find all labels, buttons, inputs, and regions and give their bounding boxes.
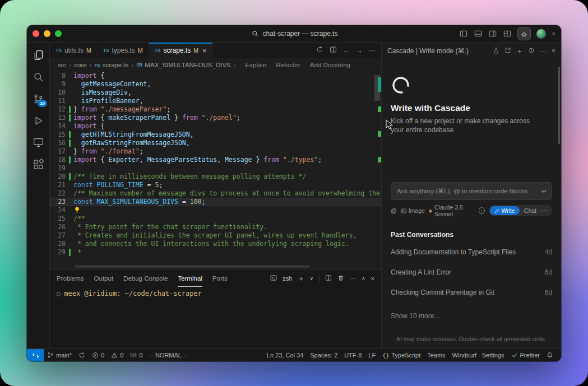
code-line-19[interactable]: 19: [50, 164, 381, 173]
code-line-12[interactable]: 12} from "./messageParser";: [50, 105, 381, 114]
breadcrumb-item-core[interactable]: core: [74, 62, 86, 68]
cascade-scrollbar[interactable]: [558, 67, 560, 144]
model-selector[interactable]: ◆ Claude 3.5 Sonnet i: [429, 204, 485, 217]
branch-status-item[interactable]: main*: [44, 349, 75, 361]
panel-tab-terminal[interactable]: Terminal: [178, 270, 202, 287]
lightbulb-icon[interactable]: [73, 206, 81, 214]
chat-mode-button[interactable]: Chat: [522, 206, 539, 215]
cascade-input-box[interactable]: ↵: [391, 182, 552, 200]
account-avatar[interactable]: [536, 29, 546, 39]
status-item-utf-8[interactable]: UTF-8: [341, 352, 365, 359]
panel-tab-output[interactable]: Output: [94, 270, 114, 287]
code-editor[interactable]: 8import {9 getMessageContent,10 isMessag…: [50, 72, 381, 269]
image-icon[interactable]: Image: [401, 207, 425, 214]
status-item-spaces-2[interactable]: Spaces: 2: [307, 352, 341, 359]
code-line-11[interactable]: 11 isProfileBanner,: [50, 97, 381, 105]
editor-tab-types-ts[interactable]: TStypes.tsM: [98, 43, 149, 58]
new-terminal-icon[interactable]: ＋: [298, 275, 304, 283]
mode-more-icon[interactable]: ···: [541, 207, 551, 215]
cascade-more-icon[interactable]: ···: [540, 47, 547, 55]
code-line-8[interactable]: 8import {: [50, 72, 381, 80]
remote-explorer-icon[interactable]: [31, 136, 45, 149]
conversation-item[interactable]: Checking Commit Parentage in Git6d: [391, 282, 552, 303]
chevron-down-icon[interactable]: ∨: [552, 31, 555, 36]
window-title-search[interactable]: chat-scraper — scrape.ts: [250, 25, 337, 42]
editor-horizontal-scrollbar[interactable]: [75, 265, 310, 268]
terminal-view[interactable]: ○meex @iridium: ~/code/chat-scraper: [50, 287, 381, 348]
close-panel-icon[interactable]: ×: [371, 275, 374, 282]
navigate-forward-icon[interactable]: →: [356, 46, 363, 54]
extensions-icon[interactable]: [31, 157, 45, 171]
toggle-primary-sidebar-icon[interactable]: [459, 29, 468, 38]
code-line-23[interactable]: 23const MAX_SIMULTANEOUS_DIVS = 100;: [50, 198, 381, 206]
status-item-normal[interactable]: -- NORMAL --: [146, 349, 191, 361]
code-line-10[interactable]: 10 isMessageDiv,: [50, 89, 381, 97]
error-status-item[interactable]: 0: [89, 349, 108, 361]
windsurf-menu-button[interactable]: [517, 27, 531, 40]
code-line-18[interactable]: 18import { Exporter, MessageParseStatus,…: [50, 156, 381, 164]
explorer-icon[interactable]: [31, 48, 45, 62]
panel-more-icon[interactable]: ···: [350, 275, 356, 282]
warning-status-item[interactable]: 0: [108, 349, 127, 361]
sync-status-item[interactable]: [75, 349, 89, 361]
code-line-20[interactable]: 20/** Time in milliseconds between messa…: [50, 173, 381, 181]
toggle-secondary-sidebar-icon[interactable]: [488, 29, 497, 38]
panel-tab-ports[interactable]: Ports: [212, 270, 228, 287]
mention-icon[interactable]: @: [391, 207, 397, 214]
close-cascade-icon[interactable]: ×: [552, 47, 555, 55]
code-line-29[interactable]: 29 *: [50, 248, 381, 257]
toggle-panel-icon[interactable]: [474, 29, 483, 38]
close-tab-icon[interactable]: ×: [202, 46, 207, 55]
run-debug-icon[interactable]: [31, 114, 45, 127]
breadcrumb-item-max-simultaneous-divs[interactable]: MAX_SIMULTANEOUS_DIVS: [136, 62, 231, 69]
history-icon[interactable]: [528, 47, 535, 55]
conversation-item[interactable]: Creating A Lint Error6d: [391, 262, 552, 282]
panel-tab-debug-console[interactable]: Debug Console: [123, 270, 168, 287]
breadcrumb-item-scrape-ts[interactable]: TSscrape.ts: [94, 62, 128, 68]
search-sidebar-icon[interactable]: [31, 70, 45, 83]
code-line-28[interactable]: 28 * and connects the UI interactions wi…: [50, 240, 381, 248]
code-line-17[interactable]: 17} from "./format";: [50, 147, 381, 156]
terminal-dropdown-icon[interactable]: ∨: [309, 276, 313, 281]
source-control-icon[interactable]: 10: [31, 92, 45, 105]
status-item-windsurf-settings[interactable]: Windsurf - Settings: [449, 352, 508, 359]
show-more-link[interactable]: Show 10 more...: [391, 312, 439, 320]
code-line-13[interactable]: 13import { makeScraperPanel } from "./pa…: [50, 114, 381, 122]
code-line-24[interactable]: 24: [50, 206, 381, 215]
editor-tab-utils-ts[interactable]: TSutils.tsM: [50, 43, 98, 58]
panel-tab-problems[interactable]: Problems: [57, 270, 84, 287]
customize-layout-icon[interactable]: [503, 29, 512, 38]
radio-status-item[interactable]: 0: [127, 349, 146, 361]
flask-icon[interactable]: [493, 47, 499, 55]
status-item-teams[interactable]: Teams: [424, 352, 448, 359]
remote-indicator[interactable]: [27, 349, 44, 361]
code-line-14[interactable]: 14import {: [50, 122, 381, 131]
split-terminal-icon[interactable]: [325, 275, 332, 282]
timeline-icon[interactable]: [316, 46, 323, 55]
check-status-item[interactable]: Prettier: [508, 352, 543, 359]
split-editor-icon[interactable]: [330, 46, 337, 55]
status-item-lf[interactable]: LF: [365, 352, 379, 359]
zoom-window-button[interactable]: [55, 30, 62, 37]
new-conversation-icon[interactable]: ＋: [516, 46, 523, 56]
code-line-26[interactable]: 26 * Entry point for the chat scraper fu…: [50, 223, 381, 231]
maximize-panel-icon[interactable]: ∧: [362, 276, 365, 281]
open-new-window-icon[interactable]: [504, 47, 511, 55]
write-mode-button[interactable]: Write: [490, 206, 520, 215]
shell-label[interactable]: zsh: [283, 275, 292, 282]
minimize-window-button[interactable]: [44, 30, 50, 37]
code-line-22[interactable]: 22/** Maximum number of message divs to …: [50, 189, 381, 198]
code-line-27[interactable]: 27 * Creates and initializes the scraper…: [50, 231, 381, 240]
more-actions-icon[interactable]: ···: [369, 46, 376, 54]
bell-status-item[interactable]: [543, 352, 557, 359]
conversation-item[interactable]: Adding Documentation to TypeScript Files…: [391, 242, 552, 262]
breadcrumb-item-src[interactable]: src: [58, 62, 66, 68]
code-line-21[interactable]: 21const POLLING_TIME = 5;: [50, 181, 381, 189]
braces-status-item[interactable]: {}TypeScript: [379, 352, 424, 359]
editor-tab-scrape-ts[interactable]: TSscrape.tsM×: [149, 43, 213, 58]
code-line-25[interactable]: 25/**: [50, 215, 381, 223]
navigate-back-icon[interactable]: ←: [343, 46, 350, 54]
kill-terminal-icon[interactable]: [337, 275, 344, 282]
cascade-input[interactable]: [396, 187, 541, 195]
codelens-action-refactor[interactable]: Refactor: [276, 62, 300, 68]
